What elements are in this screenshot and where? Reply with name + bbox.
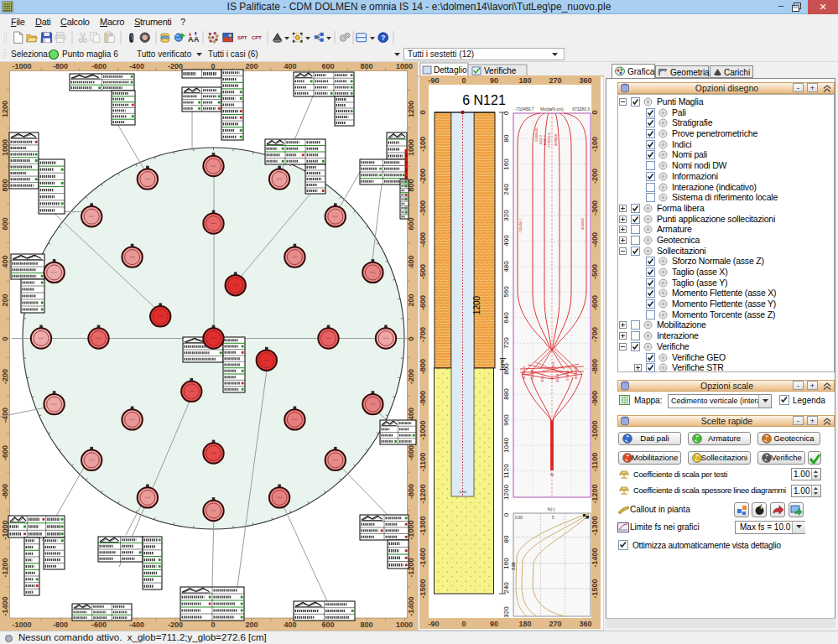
svg-text:-800: -800: [1, 484, 9, 499]
svg-text:200: 200: [407, 293, 415, 306]
svg-text:-1000: -1000: [419, 420, 427, 439]
svg-text:-710459.7: -710459.7: [518, 217, 523, 234]
svg-text:CPT: CPT: [252, 35, 262, 40]
svg-text:-200: -200: [168, 621, 183, 629]
svg-text:-1400: -1400: [419, 548, 427, 567]
svg-text:-1200: -1200: [419, 484, 427, 503]
svg-text:-100: -100: [591, 137, 599, 152]
svg-text:560: 560: [502, 286, 510, 298]
svg-text:400: 400: [407, 255, 415, 267]
svg-text:-900: -900: [591, 391, 599, 406]
svg-text:0: 0: [211, 621, 215, 629]
svg-text:200: 200: [245, 62, 258, 70]
svg-text:97630: 97630: [565, 371, 570, 381]
svg-text:-800: -800: [53, 62, 68, 70]
svg-text:160: 160: [502, 558, 510, 569]
svg-text:-1000: -1000: [12, 62, 31, 70]
svg-text:-600: -600: [419, 295, 427, 310]
svg-text:200: 200: [245, 621, 258, 629]
svg-text:640: 640: [502, 312, 510, 324]
svg-text:0: 0: [502, 111, 510, 115]
svg-text:240: 240: [502, 184, 510, 195]
svg-text:400: 400: [502, 235, 510, 247]
svg-text:240: 240: [502, 582, 510, 594]
svg-text:0: 0: [591, 110, 599, 114]
svg-text:-200: -200: [168, 62, 183, 70]
svg-text:-400: -400: [129, 621, 144, 629]
svg-text:1200: 1200: [407, 101, 415, 117]
svg-text:-800: -800: [591, 359, 599, 374]
svg-text:-1500: -1500: [419, 579, 427, 598]
svg-text:360: 360: [579, 76, 591, 85]
svg-text:-900: -900: [419, 391, 427, 406]
svg-text:90: 90: [490, 76, 498, 85]
svg-text:-1000: -1000: [1, 520, 9, 539]
svg-text:0: 0: [1, 336, 9, 340]
svg-text:-1400: -1400: [1, 596, 9, 615]
svg-text:400: 400: [1, 255, 9, 267]
svg-text:6 N121: 6 N121: [462, 93, 506, 107]
svg-text:-90: -90: [428, 76, 439, 85]
svg-text:-300: -300: [419, 200, 427, 216]
svg-text:480: 480: [502, 261, 510, 273]
svg-text:1200: 1200: [1, 101, 9, 117]
svg-text:-1200: -1200: [1, 558, 9, 577]
svg-text:400: 400: [284, 62, 296, 70]
svg-text:A: A: [194, 35, 200, 44]
svg-text:300.2: 300.2: [540, 373, 544, 382]
svg-text:1000: 1000: [396, 621, 413, 629]
svg-text:800: 800: [360, 621, 372, 629]
svg-text:-500: -500: [419, 264, 427, 279]
svg-text:-1100: -1100: [591, 453, 599, 472]
svg-text:0: 0: [407, 336, 415, 340]
svg-text:356.4: 356.4: [555, 373, 560, 382]
svg-text:10: 10: [585, 516, 590, 520]
svg-text:-1100: -1100: [419, 453, 427, 472]
svg-text:SPT: SPT: [237, 35, 247, 40]
svg-text:-200: -200: [407, 369, 415, 384]
svg-text:320: 320: [502, 210, 510, 221]
svg-text:0: 0: [461, 620, 466, 628]
svg-text:-1200: -1200: [458, 490, 467, 494]
svg-text:600: 600: [321, 62, 334, 70]
svg-text:-700: -700: [591, 327, 599, 342]
svg-text:720: 720: [502, 337, 510, 349]
svg-text:600: 600: [407, 217, 415, 230]
svg-text:-500: -500: [591, 264, 599, 279]
svg-text:-400: -400: [591, 232, 599, 247]
svg-text:-710459.7: -710459.7: [515, 106, 534, 112]
svg-text:64069.3: 64069.3: [522, 366, 526, 379]
svg-text:fs(-): fs(-): [548, 506, 555, 512]
svg-text:-600: -600: [91, 62, 107, 70]
svg-text:0: 0: [502, 512, 510, 517]
svg-text:800: 800: [1, 179, 9, 191]
svg-text:1200: 1200: [472, 295, 481, 314]
svg-text:-1300: -1300: [419, 516, 427, 535]
svg-text:960: 960: [502, 414, 510, 426]
svg-text:270: 270: [549, 76, 561, 85]
svg-text:-700: -700: [419, 327, 427, 342]
svg-text:-1000: -1000: [12, 621, 31, 629]
svg-text:270: 270: [549, 620, 561, 628]
svg-text:-1500: -1500: [591, 579, 599, 598]
svg-text:180: 180: [518, 620, 531, 628]
svg-text:1000: 1000: [1, 139, 9, 156]
svg-text:-100: -100: [419, 137, 427, 152]
svg-text:1000: 1000: [396, 62, 413, 70]
svg-text:1120: 1120: [502, 464, 510, 479]
svg-text:600660: 600660: [554, 133, 558, 146]
svg-text:-800: -800: [419, 359, 427, 374]
svg-text:-400: -400: [419, 232, 427, 247]
svg-text:-200: -200: [1, 369, 9, 384]
svg-text:-1400: -1400: [591, 548, 599, 567]
svg-text:160: 160: [502, 158, 510, 170]
svg-text:dp: dp: [550, 472, 554, 476]
svg-text:-600: -600: [407, 445, 415, 460]
svg-text:3.00: 3.00: [511, 562, 516, 570]
svg-text:-600: -600: [1, 445, 9, 460]
svg-text:1040: 1040: [502, 438, 510, 453]
svg-text:1000: 1000: [407, 139, 415, 156]
svg-text:0: 0: [419, 110, 427, 114]
svg-text:-1400: -1400: [407, 596, 415, 615]
svg-text:-300: -300: [591, 200, 599, 216]
